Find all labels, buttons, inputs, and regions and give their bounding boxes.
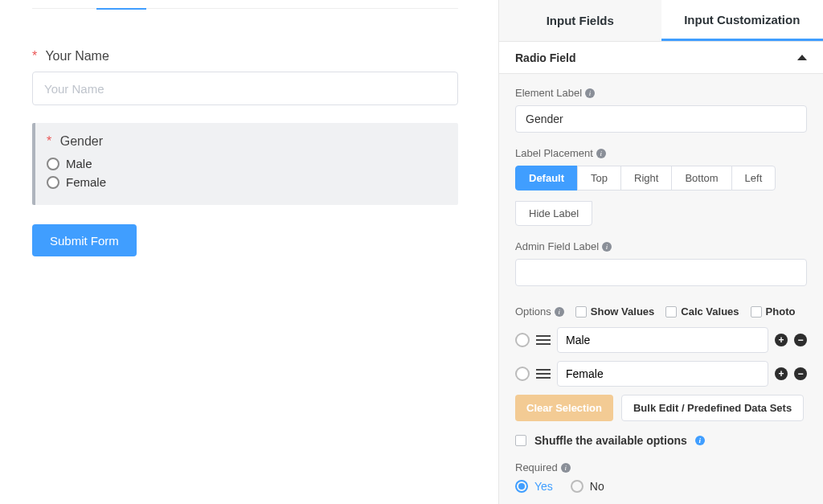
gender-field-group-selected[interactable]: * Gender Male Female <box>32 123 458 205</box>
required-star-icon: * <box>47 134 51 148</box>
options-caption-row: Options i <box>515 305 564 318</box>
form-preview-panel: * Your Name * Gender Male Female Submit … <box>0 0 498 504</box>
element-label-caption-row: Element Label i <box>515 87 807 99</box>
placement-bottom-button[interactable]: Bottom <box>671 166 731 191</box>
info-icon[interactable]: i <box>555 307 564 317</box>
required-no-radio[interactable]: No <box>571 480 604 493</box>
info-icon[interactable]: i <box>585 88 595 98</box>
shuffle-row: Shuffle the available options i <box>515 434 807 447</box>
element-label-caption: Element Label <box>515 87 582 99</box>
remove-option-button[interactable]: − <box>794 334 807 346</box>
required-no-label: No <box>590 480 604 493</box>
admin-label-caption-row: Admin Field Label i <box>515 240 807 252</box>
calc-values-label: Calc Values <box>681 305 739 318</box>
tab-input-fields[interactable]: Input Fields <box>499 0 661 41</box>
sidebar: Input Fields Input Customization Radio F… <box>498 0 823 504</box>
chevron-up-icon <box>797 55 807 60</box>
gender-option-label: Female <box>66 175 106 189</box>
photo-checkbox[interactable] <box>751 306 762 318</box>
option-row: + − <box>515 327 807 353</box>
admin-label-caption: Admin Field Label <box>515 240 599 252</box>
show-values-label: Show Values <box>591 305 654 318</box>
remove-option-button[interactable]: − <box>794 367 807 380</box>
placement-button-group: Default Top Right Bottom Left <box>515 166 807 191</box>
sidebar-tabs: Input Fields Input Customization <box>499 0 823 42</box>
tab-input-customization[interactable]: Input Customization <box>661 0 824 41</box>
shuffle-label: Shuffle the available options <box>534 434 687 447</box>
label-placement-caption-row: Label Placement i <box>515 147 807 159</box>
option-row: + − <box>515 361 807 387</box>
photo-label: Photo <box>766 305 796 318</box>
drag-handle-icon[interactable] <box>536 335 551 345</box>
placement-default-button[interactable]: Default <box>515 166 578 191</box>
calc-values-checkbox[interactable] <box>665 306 677 318</box>
placement-hide-button[interactable]: Hide Label <box>515 201 592 226</box>
info-icon[interactable]: i <box>561 463 571 473</box>
option-label-input[interactable] <box>557 361 768 387</box>
submit-form-button[interactable]: Submit Form <box>32 224 137 256</box>
required-yes-label: Yes <box>534 480 553 493</box>
gender-label-text: Gender <box>60 134 103 148</box>
gender-option-female[interactable]: Female <box>47 175 444 189</box>
required-caption-row: Required i <box>515 461 807 473</box>
option-actions: Clear Selection Bulk Edit / Predefined D… <box>515 395 807 421</box>
element-label-input[interactable] <box>515 105 807 133</box>
bulk-edit-button[interactable]: Bulk Edit / Predefined Data Sets <box>621 395 804 421</box>
name-field-label: * Your Name <box>32 49 458 64</box>
gender-option-label: Male <box>66 157 92 170</box>
option-default-radio[interactable] <box>515 333 530 347</box>
section-header-radio-field[interactable]: Radio Field <box>499 42 823 74</box>
shuffle-checkbox[interactable] <box>515 435 526 446</box>
gender-option-male[interactable]: Male <box>47 157 444 170</box>
add-option-button[interactable]: + <box>775 334 788 346</box>
options-header: Options i Show Values Calc Values Photo <box>515 305 807 318</box>
radio-icon <box>571 480 583 493</box>
required-caption: Required <box>515 461 558 473</box>
placement-left-button[interactable]: Left <box>731 166 776 191</box>
option-default-radio[interactable] <box>515 367 530 381</box>
name-field-group: * Your Name <box>32 49 458 105</box>
clear-selection-button[interactable]: Clear Selection <box>515 395 613 421</box>
add-option-button[interactable]: + <box>775 367 788 380</box>
name-label-text: Your Name <box>45 49 109 63</box>
info-icon[interactable]: i <box>602 242 612 252</box>
option-label-input[interactable] <box>557 327 768 353</box>
required-yes-radio[interactable]: Yes <box>515 480 553 493</box>
radio-icon <box>515 480 528 493</box>
tab-underline <box>32 8 458 9</box>
name-input[interactable] <box>32 72 458 105</box>
placement-right-button[interactable]: Right <box>620 166 672 191</box>
options-caption: Options <box>515 305 551 318</box>
radio-icon <box>47 176 59 189</box>
show-values-checkbox[interactable] <box>575 306 587 318</box>
required-star-icon: * <box>32 49 37 63</box>
required-radio-group: Yes No <box>515 480 807 493</box>
placement-top-button[interactable]: Top <box>577 166 621 191</box>
gender-field-label: * Gender <box>47 134 444 149</box>
customization-body: Element Label i Label Placement i Defaul… <box>499 74 823 504</box>
info-icon[interactable]: i <box>596 149 606 158</box>
section-title: Radio Field <box>515 51 575 64</box>
gender-radio-list: Male Female <box>47 157 444 189</box>
info-icon[interactable]: i <box>695 436 705 445</box>
drag-handle-icon[interactable] <box>536 369 551 379</box>
label-placement-caption: Label Placement <box>515 147 593 159</box>
admin-label-input[interactable] <box>515 259 807 286</box>
radio-icon <box>47 158 59 170</box>
